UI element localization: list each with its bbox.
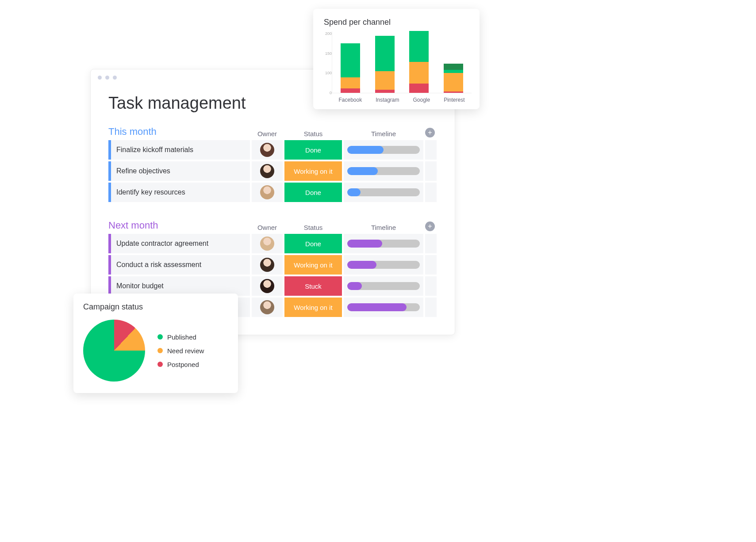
owner-cell[interactable] <box>252 298 283 317</box>
timeline-cell[interactable] <box>344 234 423 253</box>
timeline-fill <box>347 240 382 248</box>
timeline-cell[interactable] <box>344 298 423 317</box>
task-group: This monthOwnerStatusTimeline+Finalize k… <box>91 126 455 202</box>
bar-segment <box>409 62 429 84</box>
window-dot <box>105 76 109 80</box>
bar-segment <box>409 84 429 93</box>
group-title[interactable]: This month <box>108 126 250 137</box>
timeline-track <box>347 240 420 248</box>
group-accent-bar <box>108 140 111 160</box>
timeline-track <box>347 146 420 154</box>
spend-bars-area <box>332 31 472 93</box>
owner-cell[interactable] <box>252 276 283 296</box>
timeline-cell[interactable] <box>344 255 423 275</box>
task-name-cell[interactable]: Finalize kickoff materials <box>108 140 250 160</box>
task-row[interactable]: Refine objectivesWorking on it <box>108 161 440 181</box>
add-column-button[interactable]: + <box>425 221 435 231</box>
bar-column[interactable] <box>341 43 360 93</box>
task-name-cell[interactable]: Update contractor agreement <box>108 234 250 253</box>
status-cell[interactable]: Working on it <box>284 298 342 317</box>
bar-segment <box>341 43 360 77</box>
spend-card-title: Spend per channel <box>324 18 472 27</box>
legend-item: Postponed <box>157 361 204 368</box>
group-title[interactable]: Next month <box>108 220 250 231</box>
campaign-pie-chart <box>83 320 145 382</box>
status-cell[interactable]: Stuck <box>284 276 342 296</box>
spend-per-channel-card: Spend per channel 2001501000 FacebookIns… <box>313 9 480 109</box>
task-name-cell[interactable]: Conduct a risk assessment <box>108 255 250 275</box>
row-tail <box>425 276 437 296</box>
campaign-legend: PublishedNeed reviewPostponed <box>157 333 204 368</box>
row-tail <box>425 183 437 202</box>
task-name-cell[interactable]: Monitor budget <box>108 276 250 296</box>
timeline-cell[interactable] <box>344 276 423 296</box>
status-label: Stuck <box>305 282 322 290</box>
y-tick: 200 <box>325 31 332 36</box>
legend-dot <box>157 362 163 367</box>
campaign-card-title: Campaign status <box>83 302 228 312</box>
status-cell[interactable]: Done <box>284 140 342 160</box>
timeline-cell[interactable] <box>344 183 423 202</box>
avatar <box>260 300 274 314</box>
timeline-track <box>347 167 420 175</box>
task-row[interactable]: Identify key resourcesDone <box>108 183 440 202</box>
task-name-cell[interactable]: Refine objectives <box>108 161 250 181</box>
status-cell[interactable]: Working on it <box>284 161 342 181</box>
timeline-fill <box>347 167 378 175</box>
bar-segment <box>375 71 395 90</box>
legend-item: Need review <box>157 347 204 355</box>
column-header-owner: Owner <box>252 130 283 137</box>
status-cell[interactable]: Working on it <box>284 255 342 275</box>
owner-cell[interactable] <box>252 255 283 275</box>
bar-segment <box>444 73 463 92</box>
bar-segment <box>444 92 463 93</box>
legend-item: Published <box>157 333 204 341</box>
avatar <box>260 279 274 293</box>
avatar <box>260 164 274 178</box>
status-cell[interactable]: Done <box>284 234 342 253</box>
task-name: Identify key resources <box>116 188 185 196</box>
status-cell[interactable]: Done <box>284 183 342 202</box>
timeline-cell[interactable] <box>344 161 423 181</box>
bar-column[interactable] <box>444 64 463 93</box>
task-name-cell[interactable]: Identify key resources <box>108 183 250 202</box>
column-header-status: Status <box>284 130 342 137</box>
owner-cell[interactable] <box>252 140 283 160</box>
group-accent-bar <box>108 234 111 253</box>
task-name: Refine objectives <box>116 167 170 175</box>
task-row[interactable]: Monitor budgetStuck <box>108 276 440 296</box>
task-row[interactable]: Conduct a risk assessmentWorking on it <box>108 255 440 275</box>
timeline-cell[interactable] <box>344 140 423 160</box>
group-accent-bar <box>108 276 111 296</box>
owner-cell[interactable] <box>252 234 283 253</box>
status-label: Working on it <box>294 261 332 269</box>
timeline-track <box>347 303 420 311</box>
bar-label: Instagram <box>376 97 399 103</box>
status-label: Done <box>305 240 321 248</box>
task-name: Conduct a risk assessment <box>116 261 201 269</box>
timeline-track <box>347 261 420 269</box>
legend-dot <box>157 334 163 340</box>
bar-segment <box>444 70 463 73</box>
task-rows: Finalize kickoff materialsDoneRefine obj… <box>108 140 440 202</box>
owner-cell[interactable] <box>252 183 283 202</box>
row-tail <box>425 298 437 317</box>
bar-column[interactable] <box>375 36 395 93</box>
add-column-button[interactable]: + <box>425 128 435 137</box>
bar-segment <box>409 31 429 62</box>
bar-segment <box>375 90 395 93</box>
status-label: Done <box>305 146 321 154</box>
group-accent-bar <box>108 183 111 202</box>
bar-segment <box>444 64 463 70</box>
y-tick: 150 <box>325 51 332 56</box>
bar-label: Facebook <box>338 97 362 103</box>
avatar <box>260 143 274 157</box>
bar-column[interactable] <box>409 31 429 93</box>
bar-segment <box>341 88 360 93</box>
task-row[interactable]: Finalize kickoff materialsDone <box>108 140 440 160</box>
window-dot <box>98 76 102 80</box>
status-label: Working on it <box>294 304 332 311</box>
column-header-timeline: Timeline <box>344 224 423 231</box>
owner-cell[interactable] <box>252 161 283 181</box>
task-row[interactable]: Update contractor agreementDone <box>108 234 440 253</box>
